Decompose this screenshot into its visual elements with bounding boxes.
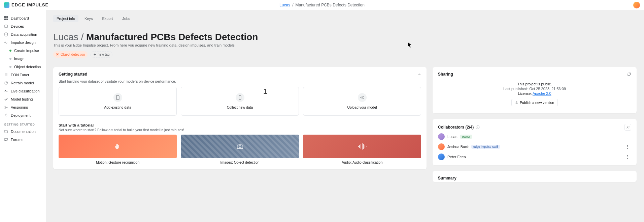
external-link-icon xyxy=(627,72,631,76)
hand-icon xyxy=(114,143,122,150)
license-label: License: xyxy=(518,91,533,95)
tutorial-tile-motion[interactable]: Motion: Gesture recognition xyxy=(59,135,177,164)
sidebar-item-deployment[interactable]: Deployment xyxy=(0,111,46,119)
branch-icon xyxy=(4,105,8,109)
page-subtitle: This is your Edge Impulse project. From … xyxy=(53,43,637,47)
tune-icon xyxy=(4,73,8,77)
category-pill[interactable]: Object detection xyxy=(53,51,88,58)
svg-point-5 xyxy=(5,33,7,34)
user-plus-icon xyxy=(626,126,630,129)
sidebar-item-devices[interactable]: Devices xyxy=(0,22,46,30)
user-avatar[interactable] xyxy=(633,2,640,8)
panel-sharing: Sharing This project is public. Last pub… xyxy=(433,67,637,113)
breadcrumb-sep: / xyxy=(292,3,293,7)
sidebar-item-label: Deployment xyxy=(11,113,31,117)
publish-new-version-button[interactable]: Publish a new version xyxy=(511,99,558,106)
svg-point-7 xyxy=(5,108,6,109)
svg-point-6 xyxy=(5,106,6,107)
add-collaborator-button[interactable] xyxy=(624,124,631,131)
tile-add-existing-data[interactable]: Add existing data xyxy=(59,87,177,116)
tutorial-label: Images: Object detection xyxy=(181,160,299,164)
chat-icon xyxy=(4,138,8,142)
panel-collaborators: Collaborators (2/4) Lucas xyxy=(433,119,637,165)
collab-name: Peter Feen xyxy=(447,155,466,159)
pulse-icon xyxy=(4,89,8,93)
tab-keys[interactable]: Keys xyxy=(81,15,96,22)
info-icon[interactable] xyxy=(476,125,480,129)
target-icon xyxy=(56,53,59,56)
sidebar-item-label: EON Tuner xyxy=(11,73,29,77)
phone-icon xyxy=(236,93,244,102)
sidebar-item-versioning[interactable]: Versioning xyxy=(0,103,46,111)
panel-heading: Summary xyxy=(433,171,637,182)
collab-avatar xyxy=(438,133,445,140)
sidebar-item-label: Impulse design xyxy=(11,40,36,45)
sharing-published-line: Last published: Oct 25 2023, 21:56:09 xyxy=(438,87,631,91)
brand-mark-icon xyxy=(4,2,9,8)
sidebar-subitem-image[interactable]: Image xyxy=(0,55,46,63)
topbar: EDGE IMPULSE Lucas / Manufactured PCBs D… xyxy=(0,0,644,10)
plus-icon xyxy=(93,53,96,56)
tutorial-label: Motion: Gesture recognition xyxy=(59,160,177,164)
svg-rect-4 xyxy=(5,25,7,28)
check-icon xyxy=(4,97,8,101)
page-head: Lucas / Manufactured PCBs Defects Detect… xyxy=(53,32,637,47)
tutorial-thumb-motion xyxy=(59,135,177,158)
chip-icon xyxy=(4,24,8,28)
tag-row: Object detection new tag xyxy=(53,51,637,58)
sidebar-item-forums[interactable]: Forums xyxy=(0,136,46,144)
tutorial-heading: Start with a tutorial xyxy=(59,123,421,127)
svg-rect-1 xyxy=(6,16,8,18)
tutorial-tile-images[interactable]: Images: Object detection xyxy=(181,135,299,164)
role-badge: edge impulse staff xyxy=(471,145,500,149)
camera-icon xyxy=(236,143,244,150)
tab-jobs[interactable]: Jobs xyxy=(119,15,133,22)
tab-export[interactable]: Export xyxy=(99,15,116,22)
tile-upload-your-model[interactable]: Upload your model xyxy=(303,87,421,116)
panel-getting-started: Getting started Start building your data… xyxy=(53,67,427,169)
breadcrumb-user-link[interactable]: Lucas xyxy=(279,3,290,7)
tutorial-thumb-audio xyxy=(303,135,421,158)
upload-icon xyxy=(515,101,518,104)
tab-project-info[interactable]: Project info xyxy=(53,15,78,22)
sidebar-item-retrain[interactable]: Retrain model xyxy=(0,79,46,87)
collab-more-button[interactable]: ⋮ xyxy=(624,144,631,149)
tile-collect-new-data[interactable]: Collect new data xyxy=(181,87,299,116)
sidebar-item-live-classification[interactable]: Live classification xyxy=(0,87,46,95)
sidebar-item-dashboard[interactable]: Dashboard xyxy=(0,14,46,22)
collaborator-row: Joshua Buck edge impulse staff ⋮ xyxy=(438,143,631,150)
role-badge: owner xyxy=(460,135,472,139)
collab-avatar xyxy=(438,154,445,160)
sidebar-item-label: Live classification xyxy=(11,89,40,93)
brand-text: EDGE IMPULSE xyxy=(11,2,48,7)
collaborator-row: Peter Feen ⋮ xyxy=(438,154,631,160)
svg-point-16 xyxy=(239,146,241,148)
book-icon xyxy=(4,130,8,134)
sidebar-item-model-testing[interactable]: Model testing xyxy=(0,95,46,103)
sidebar-subitem-create-impulse[interactable]: Create impulse xyxy=(0,47,46,55)
tabs: Project info Keys Export Jobs xyxy=(53,15,637,22)
page-title-owner: Lucas / xyxy=(53,32,86,42)
svg-rect-3 xyxy=(6,19,8,20)
add-tag-label: new tag xyxy=(98,53,109,56)
panel-heading: Collaborators (2/4) xyxy=(438,125,474,130)
collapse-toggle[interactable] xyxy=(418,73,421,76)
panel-heading: Sharing xyxy=(438,72,453,77)
file-icon xyxy=(113,93,122,102)
brand-logo[interactable]: EDGE IMPULSE xyxy=(4,2,48,8)
add-tag-button[interactable]: new tag xyxy=(90,51,112,58)
sidebar-item-label: Object detection xyxy=(14,65,41,69)
tutorial-tile-audio[interactable]: Audio: Audio classification xyxy=(303,135,421,164)
sidebar-item-data-acquisition[interactable]: Data acquisition xyxy=(0,30,46,38)
open-external-button[interactable] xyxy=(627,72,631,76)
svg-rect-2 xyxy=(4,19,6,20)
sidebar-subitem-object-detection[interactable]: Object detection xyxy=(0,63,46,71)
sidebar-item-documentation[interactable]: Documentation xyxy=(0,128,46,136)
tutorial-thumb-images xyxy=(181,135,299,158)
collab-more-button[interactable]: ⋮ xyxy=(624,154,631,160)
license-link[interactable]: Apache 2.0 xyxy=(533,91,551,95)
sidebar-item-eon-tuner[interactable]: EON Tuner xyxy=(0,71,46,79)
svg-point-12 xyxy=(361,97,362,98)
status-dot-icon xyxy=(9,50,11,52)
sidebar-item-impulse-design[interactable]: Impulse design xyxy=(0,38,46,47)
